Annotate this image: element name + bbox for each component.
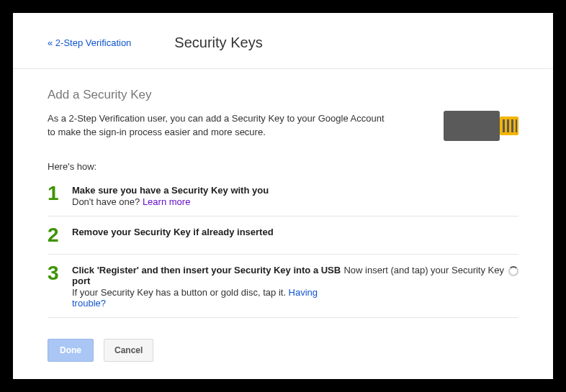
button-row: Done Cancel: [13, 322, 553, 379]
svg-rect-5: [516, 119, 517, 132]
header: « 2-Step Verification Security Keys: [13, 13, 553, 69]
loading-spinner-icon: [508, 266, 518, 276]
step-title: Make sure you have a Security Key with y…: [72, 185, 518, 196]
step-1: 1 Make sure you have a Security Key with…: [48, 179, 518, 216]
content: Add a Security Key As a 2-Step Verificat…: [13, 69, 553, 322]
step-number: 1: [48, 182, 72, 204]
step-number: 2: [48, 224, 72, 245]
svg-rect-0: [444, 111, 500, 141]
step-title: Remove your Security Key if already inse…: [72, 227, 518, 237]
svg-rect-3: [507, 119, 509, 132]
page-title: Security Keys: [174, 35, 262, 51]
step-3: 3 Click 'Register' and then insert your …: [48, 254, 518, 317]
learn-more-link[interactable]: Learn more: [143, 196, 190, 207]
steps-list: 1 Make sure you have a Security Key with…: [48, 179, 518, 318]
usb-key-icon: [444, 111, 518, 144]
svg-rect-4: [511, 119, 513, 132]
step-sub-prefix: If your Security Key has a button or gol…: [72, 287, 289, 298]
step-title: Click 'Register' and then insert your Se…: [72, 265, 343, 286]
step-subtext: Don't have one? Learn more: [72, 196, 518, 207]
step-number: 3: [48, 262, 72, 283]
insert-key-text: Now insert (and tap) your Security Key: [343, 265, 504, 275]
section-title: Add a Security Key: [48, 88, 518, 102]
security-keys-panel: « 2-Step Verification Security Keys Add …: [13, 13, 553, 379]
step-2: 2 Remove your Security Key if already in…: [48, 216, 518, 254]
cancel-button[interactable]: Cancel: [104, 339, 153, 362]
heres-how-label: Here's how:: [48, 161, 518, 172]
step-subtext: If your Security Key has a button or gol…: [72, 287, 343, 309]
insert-key-status: Now insert (and tap) your Security Key: [343, 262, 518, 276]
done-button[interactable]: Done: [48, 339, 94, 362]
step-sub-prefix: Don't have one?: [72, 196, 143, 207]
intro-text: As a 2-Step Verification user, you can a…: [48, 112, 386, 140]
svg-rect-2: [503, 119, 505, 132]
back-link[interactable]: « 2-Step Verification: [48, 37, 131, 48]
